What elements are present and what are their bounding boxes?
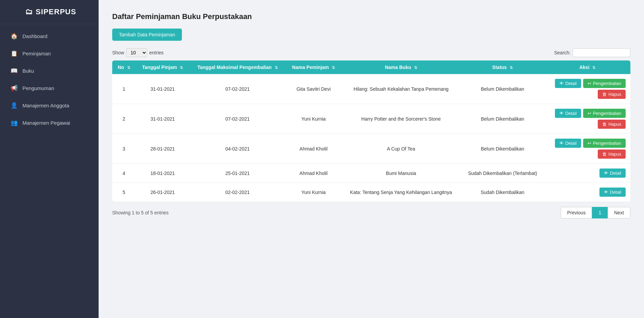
sidebar-item-buku[interactable]: 📖 Buku [0, 62, 99, 80]
cell-tanggal-maksimal: 02-02-2021 [189, 183, 285, 202]
sidebar-item-manajemen-anggota[interactable]: 👤 Manajemen Anggota [0, 97, 99, 114]
actions-row-top: 👁 Detail ↩ Pengembalian [555, 109, 626, 118]
table-row: 3 28-01-2021 04-02-2021 Ahmad Kholil A C… [112, 134, 630, 164]
sidebar-item-pengumuman[interactable]: 📢 Pengumuman [0, 80, 99, 97]
cell-tanggal-pinjam: 28-01-2021 [136, 134, 189, 164]
hapus-button-1[interactable]: 🗑 Hapus [598, 90, 626, 99]
sidebar-nav: 🏠 Dashboard 📋 Peminjaman 📖 Buku 📢 Pengum… [0, 28, 99, 131]
sidebar-item-manajemen-pegawai[interactable]: 👥 Manajemen Pegawai [0, 114, 99, 131]
page-1-button[interactable]: 1 [592, 207, 608, 218]
pengumuman-icon: 📢 [11, 85, 18, 92]
brand-icon: 🗂 [25, 7, 33, 16]
detail-button-1[interactable]: 👁 Detail [555, 79, 581, 88]
pagination: Previous 1 Next [561, 207, 630, 218]
showing-text: Showing 1 to 5 of 5 entries [112, 210, 169, 215]
hapus-button-2[interactable]: 🗑 Hapus [598, 120, 626, 129]
pengembalian-button-3[interactable]: ↩ Pengembalian [583, 139, 626, 148]
sidebar-item-label-peminjaman: Peminjaman [22, 51, 51, 56]
detail-button-5[interactable]: 👁 Detail [599, 188, 626, 197]
search-box: Search: [554, 48, 630, 57]
table-row: 5 26-01-2021 02-02-2021 Yuni Kurnia Kata… [112, 183, 630, 202]
sort-icon-no: ⇅ [127, 66, 130, 70]
cell-aksi: 👁 Detail [544, 164, 630, 183]
cell-tanggal-maksimal: 25-01-2021 [189, 164, 285, 183]
actions-row-bottom: 🗑 Hapus [598, 120, 626, 129]
brand-name: SIPERPUS [36, 7, 76, 16]
show-label: Show [112, 50, 124, 55]
sidebar-item-label-dashboard: Dashboard [22, 33, 47, 39]
cell-status: Belum Dikembalikan [461, 134, 545, 164]
cell-nama-peminjam: Ahmad Kholil [286, 164, 342, 183]
search-input[interactable] [573, 48, 630, 57]
eye-icon: 👁 [604, 190, 608, 195]
sidebar-item-dashboard[interactable]: 🏠 Dashboard [0, 28, 99, 45]
table-body: 1 31-01-2021 07-02-2021 Gita Savitri Dev… [112, 74, 630, 201]
col-tanggal-pinjam: Tanggal Pinjam ⇅ [136, 60, 189, 74]
detail-button-4[interactable]: 👁 Detail [599, 169, 626, 178]
cell-status: Sudah Dikembalikan (Terlambat) [461, 164, 545, 183]
hapus-button-3[interactable]: 🗑 Hapus [598, 149, 626, 159]
col-nama-peminjam: Nama Peminjam ⇅ [286, 60, 342, 74]
sort-icon-nama-peminjam: ⇅ [332, 66, 335, 70]
main-content: Daftar Peminjaman Buku Perpustakaan Tamb… [99, 0, 644, 318]
page-title: Daftar Peminjaman Buku Perpustakaan [112, 12, 630, 21]
cell-aksi: 👁 Detail ↩ Pengembalian 🗑 Hapus [544, 74, 630, 104]
cell-tanggal-pinjam: 18-01-2021 [136, 164, 189, 183]
buku-icon: 📖 [11, 67, 18, 74]
actions-row-bottom: 🗑 Hapus [598, 149, 626, 159]
previous-button[interactable]: Previous [561, 207, 592, 218]
actions-row-top: 👁 Detail ↩ Pengembalian [555, 79, 626, 88]
sort-icon-nama-buku: ⇅ [414, 66, 417, 70]
cell-nama-buku: A Cup Of Tea [341, 134, 460, 164]
cell-status: Belum Dikembalikan [461, 104, 545, 134]
pegawai-icon: 👥 [11, 119, 18, 126]
actions-row-only: 👁 Detail [599, 169, 626, 178]
trash-icon: 🗑 [602, 122, 607, 127]
pengembalian-button-2[interactable]: ↩ Pengembalian [583, 109, 626, 118]
cell-tanggal-pinjam: 26-01-2021 [136, 183, 189, 202]
entries-label: entries [149, 50, 164, 55]
sidebar-item-label-pegawai: Manajemen Pegawai [22, 120, 70, 126]
cell-tanggal-maksimal: 04-02-2021 [189, 134, 285, 164]
sidebar-item-label-anggota: Manajemen Anggota [22, 103, 69, 108]
peminjaman-icon: 📋 [11, 50, 18, 57]
table-row: 1 31-01-2021 07-02-2021 Gita Savitri Dev… [112, 74, 630, 104]
eye-icon: 👁 [559, 81, 564, 86]
col-tanggal-maksimal: Tanggal Maksimal Pengembalian ⇅ [189, 60, 285, 74]
show-entries: Show 10 25 50 100 entries [112, 48, 164, 57]
search-label: Search: [554, 50, 571, 55]
eye-icon: 👁 [604, 171, 608, 176]
sidebar-item-label-buku: Buku [22, 68, 34, 74]
cell-tanggal-pinjam: 31-01-2021 [136, 74, 189, 104]
detail-button-2[interactable]: 👁 Detail [555, 109, 581, 118]
trash-icon: 🗑 [602, 152, 607, 157]
col-aksi: Aksi ⇅ [544, 60, 630, 74]
table-controls: Show 10 25 50 100 entries Search: [112, 48, 630, 57]
sidebar-item-label-pengumuman: Pengumuman [22, 85, 54, 91]
entries-select[interactable]: 10 25 50 100 [126, 48, 147, 57]
pengembalian-button-1[interactable]: ↩ Pengembalian [583, 79, 626, 88]
cell-nama-peminjam: Gita Savitri Devi [286, 74, 342, 104]
anggota-icon: 👤 [11, 102, 18, 109]
cell-nama-peminjam: Ahmad Kholil [286, 134, 342, 164]
return-icon: ↩ [588, 81, 591, 86]
return-icon: ↩ [588, 141, 591, 146]
next-button[interactable]: Next [608, 207, 630, 218]
cell-no: 5 [112, 183, 136, 202]
data-table: No ⇅ Tanggal Pinjam ⇅ Tanggal Maksimal P… [112, 60, 630, 201]
cell-nama-buku: Kata: Tentang Senja Yang Kehilangan Lang… [341, 183, 460, 202]
detail-button-3[interactable]: 👁 Detail [555, 139, 581, 148]
brand: 🗂 SIPERPUS [0, 0, 99, 24]
cell-status: Sudah Dikembalikan [461, 183, 545, 202]
cell-tanggal-maksimal: 07-02-2021 [189, 74, 285, 104]
table-row: 4 18-01-2021 25-01-2021 Ahmad Kholil Bum… [112, 164, 630, 183]
trash-icon: 🗑 [602, 92, 607, 97]
actions-row-bottom: 🗑 Hapus [598, 90, 626, 99]
eye-icon: 👁 [559, 111, 564, 116]
cell-nama-peminjam: Yuni Kurnia [286, 104, 342, 134]
add-peminjaman-button[interactable]: Tambah Data Peminjaman [112, 29, 182, 41]
cell-tanggal-maksimal: 07-02-2021 [189, 104, 285, 134]
cell-nama-buku: Bumi Manusia [341, 164, 460, 183]
cell-no: 1 [112, 74, 136, 104]
sidebar-item-peminjaman[interactable]: 📋 Peminjaman [0, 45, 99, 62]
